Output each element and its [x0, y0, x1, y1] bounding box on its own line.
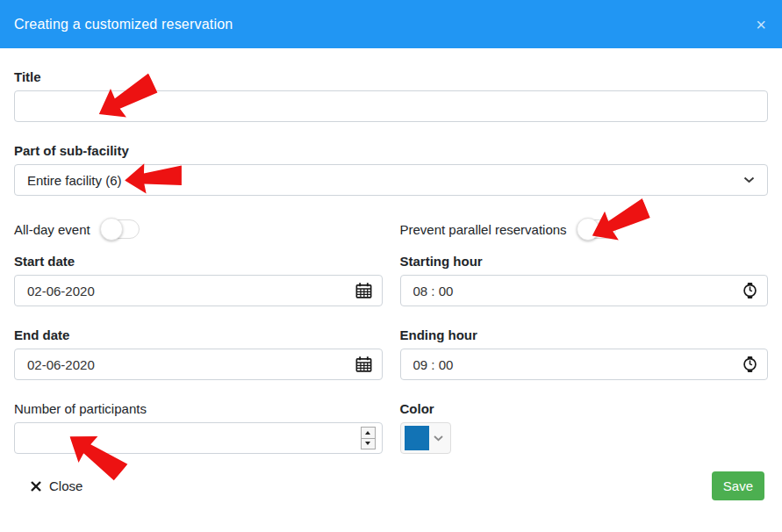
title-input[interactable]	[14, 90, 768, 122]
participants-input[interactable]	[14, 422, 383, 454]
prevent-parallel-toggle[interactable]	[578, 219, 616, 239]
color-label: Color	[400, 401, 769, 416]
number-stepper[interactable]	[361, 427, 376, 449]
sub-facility-label: Part of sub-facility	[14, 143, 768, 158]
color-group: Color	[400, 401, 769, 454]
start-date-input[interactable]	[14, 275, 383, 306]
starting-hour-group: Starting hour	[400, 254, 769, 306]
close-button[interactable]: Close	[31, 478, 83, 493]
end-date-input[interactable]	[14, 349, 383, 380]
toggle-knob	[577, 218, 599, 241]
participants-label: Number of participants	[14, 401, 383, 416]
end-row: End date	[14, 327, 768, 380]
save-button[interactable]: Save	[712, 471, 764, 500]
start-date-group: Start date	[14, 254, 383, 306]
close-button-label: Close	[49, 478, 83, 493]
participants-color-row: Number of participants Color	[14, 401, 768, 454]
starting-hour-input[interactable]	[400, 275, 769, 306]
start-row: Start date	[14, 254, 768, 306]
calendar-icon[interactable]	[355, 283, 372, 299]
start-date-label: Start date	[14, 254, 383, 269]
ending-hour-input[interactable]	[400, 349, 769, 380]
clock-icon[interactable]	[743, 356, 757, 373]
modal-body: Title Part of sub-facility Entire facili…	[0, 48, 782, 454]
sub-facility-selected-value: Entire facility (6)	[27, 173, 122, 188]
calendar-icon[interactable]	[355, 356, 372, 373]
sub-facility-group: Part of sub-facility Entire facility (6)	[14, 143, 768, 196]
close-x-icon	[31, 481, 41, 492]
end-date-label: End date	[14, 327, 383, 342]
toggle-knob	[100, 218, 123, 241]
chevron-down-icon	[743, 176, 755, 183]
ending-hour-group: Ending hour	[400, 327, 769, 380]
toggles-row: All-day event Prevent parallel reservati…	[14, 217, 768, 241]
all-day-toggle[interactable]	[101, 219, 140, 239]
end-date-group: End date	[14, 327, 383, 380]
modal-footer: Close Save	[0, 471, 782, 500]
prevent-parallel-label: Prevent parallel reservations	[400, 222, 567, 237]
arrow-down-icon	[365, 442, 370, 445]
ending-hour-label: Ending hour	[400, 327, 769, 342]
color-picker-button[interactable]	[400, 422, 451, 454]
close-x-icon[interactable]: ×	[756, 16, 766, 33]
title-label: Title	[14, 69, 768, 84]
modal-header: Creating a customized reservation ×	[0, 0, 782, 48]
modal-title: Creating a customized reservation	[14, 17, 233, 32]
all-day-group: All-day event	[14, 219, 383, 239]
stepper-down-button[interactable]	[362, 439, 375, 449]
prevent-parallel-group: Prevent parallel reservations	[400, 219, 769, 239]
participants-group: Number of participants	[14, 401, 383, 454]
clock-icon[interactable]	[743, 283, 757, 299]
color-swatch	[405, 426, 429, 450]
chevron-down-icon	[434, 435, 443, 442]
stepper-up-button[interactable]	[362, 428, 375, 439]
arrow-up-icon	[365, 431, 370, 435]
starting-hour-label: Starting hour	[400, 254, 769, 269]
title-field-group: Title	[14, 69, 768, 122]
sub-facility-select[interactable]: Entire facility (6)	[14, 164, 768, 196]
all-day-label: All-day event	[14, 222, 90, 237]
